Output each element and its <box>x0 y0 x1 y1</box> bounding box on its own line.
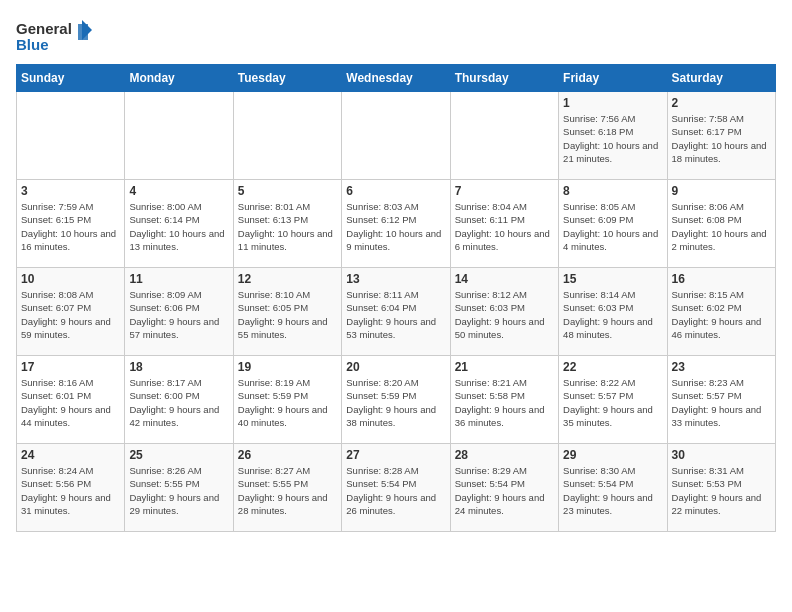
day-number: 25 <box>129 448 228 462</box>
day-info: Sunrise: 8:31 AM Sunset: 5:53 PM Dayligh… <box>672 464 771 517</box>
day-number: 17 <box>21 360 120 374</box>
calendar-cell: 9Sunrise: 8:06 AM Sunset: 6:08 PM Daylig… <box>667 180 775 268</box>
day-info: Sunrise: 8:01 AM Sunset: 6:13 PM Dayligh… <box>238 200 337 253</box>
day-number: 29 <box>563 448 662 462</box>
weekday-header-monday: Monday <box>125 65 233 92</box>
calendar-cell: 30Sunrise: 8:31 AM Sunset: 5:53 PM Dayli… <box>667 444 775 532</box>
day-number: 22 <box>563 360 662 374</box>
week-row-4: 17Sunrise: 8:16 AM Sunset: 6:01 PM Dayli… <box>17 356 776 444</box>
day-number: 2 <box>672 96 771 110</box>
header: General Blue <box>16 16 776 56</box>
day-info: Sunrise: 8:04 AM Sunset: 6:11 PM Dayligh… <box>455 200 554 253</box>
calendar-cell: 29Sunrise: 8:30 AM Sunset: 5:54 PM Dayli… <box>559 444 667 532</box>
calendar-cell: 25Sunrise: 8:26 AM Sunset: 5:55 PM Dayli… <box>125 444 233 532</box>
day-number: 26 <box>238 448 337 462</box>
calendar-cell: 22Sunrise: 8:22 AM Sunset: 5:57 PM Dayli… <box>559 356 667 444</box>
day-number: 11 <box>129 272 228 286</box>
calendar-cell: 19Sunrise: 8:19 AM Sunset: 5:59 PM Dayli… <box>233 356 341 444</box>
calendar-cell: 6Sunrise: 8:03 AM Sunset: 6:12 PM Daylig… <box>342 180 450 268</box>
day-number: 12 <box>238 272 337 286</box>
day-info: Sunrise: 8:09 AM Sunset: 6:06 PM Dayligh… <box>129 288 228 341</box>
calendar-cell: 15Sunrise: 8:14 AM Sunset: 6:03 PM Dayli… <box>559 268 667 356</box>
calendar-cell <box>125 92 233 180</box>
week-row-2: 3Sunrise: 7:59 AM Sunset: 6:15 PM Daylig… <box>17 180 776 268</box>
day-number: 24 <box>21 448 120 462</box>
calendar-cell: 26Sunrise: 8:27 AM Sunset: 5:55 PM Dayli… <box>233 444 341 532</box>
weekday-header-sunday: Sunday <box>17 65 125 92</box>
calendar-cell: 24Sunrise: 8:24 AM Sunset: 5:56 PM Dayli… <box>17 444 125 532</box>
day-info: Sunrise: 8:10 AM Sunset: 6:05 PM Dayligh… <box>238 288 337 341</box>
day-info: Sunrise: 8:26 AM Sunset: 5:55 PM Dayligh… <box>129 464 228 517</box>
day-number: 8 <box>563 184 662 198</box>
week-row-5: 24Sunrise: 8:24 AM Sunset: 5:56 PM Dayli… <box>17 444 776 532</box>
weekday-header-thursday: Thursday <box>450 65 558 92</box>
day-number: 27 <box>346 448 445 462</box>
calendar-cell: 28Sunrise: 8:29 AM Sunset: 5:54 PM Dayli… <box>450 444 558 532</box>
day-number: 16 <box>672 272 771 286</box>
calendar-cell: 13Sunrise: 8:11 AM Sunset: 6:04 PM Dayli… <box>342 268 450 356</box>
day-info: Sunrise: 8:22 AM Sunset: 5:57 PM Dayligh… <box>563 376 662 429</box>
weekday-header-wednesday: Wednesday <box>342 65 450 92</box>
day-info: Sunrise: 8:08 AM Sunset: 6:07 PM Dayligh… <box>21 288 120 341</box>
day-info: Sunrise: 8:29 AM Sunset: 5:54 PM Dayligh… <box>455 464 554 517</box>
day-number: 13 <box>346 272 445 286</box>
calendar-cell <box>342 92 450 180</box>
day-info: Sunrise: 8:12 AM Sunset: 6:03 PM Dayligh… <box>455 288 554 341</box>
calendar-cell <box>450 92 558 180</box>
day-info: Sunrise: 8:19 AM Sunset: 5:59 PM Dayligh… <box>238 376 337 429</box>
calendar-cell: 10Sunrise: 8:08 AM Sunset: 6:07 PM Dayli… <box>17 268 125 356</box>
day-number: 19 <box>238 360 337 374</box>
calendar-cell: 3Sunrise: 7:59 AM Sunset: 6:15 PM Daylig… <box>17 180 125 268</box>
calendar-cell: 21Sunrise: 8:21 AM Sunset: 5:58 PM Dayli… <box>450 356 558 444</box>
day-info: Sunrise: 7:59 AM Sunset: 6:15 PM Dayligh… <box>21 200 120 253</box>
day-number: 5 <box>238 184 337 198</box>
day-info: Sunrise: 8:17 AM Sunset: 6:00 PM Dayligh… <box>129 376 228 429</box>
calendar-cell: 27Sunrise: 8:28 AM Sunset: 5:54 PM Dayli… <box>342 444 450 532</box>
weekday-header-friday: Friday <box>559 65 667 92</box>
day-number: 6 <box>346 184 445 198</box>
day-info: Sunrise: 8:03 AM Sunset: 6:12 PM Dayligh… <box>346 200 445 253</box>
calendar: SundayMondayTuesdayWednesdayThursdayFrid… <box>16 64 776 532</box>
day-number: 23 <box>672 360 771 374</box>
day-info: Sunrise: 8:23 AM Sunset: 5:57 PM Dayligh… <box>672 376 771 429</box>
day-info: Sunrise: 8:27 AM Sunset: 5:55 PM Dayligh… <box>238 464 337 517</box>
day-info: Sunrise: 8:00 AM Sunset: 6:14 PM Dayligh… <box>129 200 228 253</box>
week-row-1: 1Sunrise: 7:56 AM Sunset: 6:18 PM Daylig… <box>17 92 776 180</box>
day-info: Sunrise: 8:11 AM Sunset: 6:04 PM Dayligh… <box>346 288 445 341</box>
day-info: Sunrise: 8:05 AM Sunset: 6:09 PM Dayligh… <box>563 200 662 253</box>
calendar-cell <box>17 92 125 180</box>
day-number: 10 <box>21 272 120 286</box>
calendar-cell: 4Sunrise: 8:00 AM Sunset: 6:14 PM Daylig… <box>125 180 233 268</box>
weekday-header-saturday: Saturday <box>667 65 775 92</box>
calendar-cell <box>233 92 341 180</box>
calendar-cell: 5Sunrise: 8:01 AM Sunset: 6:13 PM Daylig… <box>233 180 341 268</box>
day-info: Sunrise: 8:30 AM Sunset: 5:54 PM Dayligh… <box>563 464 662 517</box>
calendar-cell: 14Sunrise: 8:12 AM Sunset: 6:03 PM Dayli… <box>450 268 558 356</box>
day-number: 15 <box>563 272 662 286</box>
day-number: 4 <box>129 184 228 198</box>
calendar-cell: 2Sunrise: 7:58 AM Sunset: 6:17 PM Daylig… <box>667 92 775 180</box>
day-number: 7 <box>455 184 554 198</box>
day-number: 14 <box>455 272 554 286</box>
day-number: 1 <box>563 96 662 110</box>
day-info: Sunrise: 8:16 AM Sunset: 6:01 PM Dayligh… <box>21 376 120 429</box>
svg-text:Blue: Blue <box>16 36 49 53</box>
calendar-cell: 18Sunrise: 8:17 AM Sunset: 6:00 PM Dayli… <box>125 356 233 444</box>
calendar-cell: 8Sunrise: 8:05 AM Sunset: 6:09 PM Daylig… <box>559 180 667 268</box>
day-info: Sunrise: 8:15 AM Sunset: 6:02 PM Dayligh… <box>672 288 771 341</box>
logo: General Blue <box>16 16 96 56</box>
weekday-header-tuesday: Tuesday <box>233 65 341 92</box>
calendar-cell: 20Sunrise: 8:20 AM Sunset: 5:59 PM Dayli… <box>342 356 450 444</box>
logo-icon: General Blue <box>16 16 96 56</box>
day-info: Sunrise: 7:58 AM Sunset: 6:17 PM Dayligh… <box>672 112 771 165</box>
calendar-cell: 1Sunrise: 7:56 AM Sunset: 6:18 PM Daylig… <box>559 92 667 180</box>
day-number: 20 <box>346 360 445 374</box>
weekday-header-row: SundayMondayTuesdayWednesdayThursdayFrid… <box>17 65 776 92</box>
day-number: 21 <box>455 360 554 374</box>
svg-text:General: General <box>16 20 72 37</box>
calendar-cell: 12Sunrise: 8:10 AM Sunset: 6:05 PM Dayli… <box>233 268 341 356</box>
day-number: 30 <box>672 448 771 462</box>
calendar-cell: 23Sunrise: 8:23 AM Sunset: 5:57 PM Dayli… <box>667 356 775 444</box>
week-row-3: 10Sunrise: 8:08 AM Sunset: 6:07 PM Dayli… <box>17 268 776 356</box>
day-number: 18 <box>129 360 228 374</box>
